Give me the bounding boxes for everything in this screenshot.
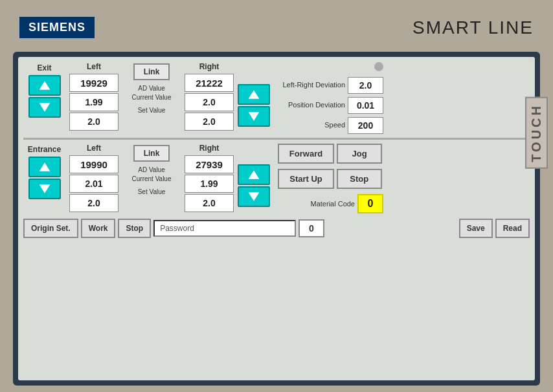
- jog-btn[interactable]: Jog: [337, 144, 382, 164]
- bottom-right-ad-value: 27939: [185, 155, 234, 173]
- current-value-label-bottom: Current Value: [132, 175, 172, 183]
- material-code-label: Material Code: [276, 200, 355, 208]
- top-left-ad-value: 19929: [69, 74, 119, 92]
- svg-marker-1: [39, 103, 50, 111]
- pos-deviation-label: Position Deviation: [276, 101, 345, 109]
- svg-marker-3: [249, 112, 260, 120]
- top-right-down-btn[interactable]: [238, 106, 270, 127]
- speed-label: Speed: [276, 121, 345, 129]
- top-right-up-btn[interactable]: [238, 84, 270, 105]
- bottom-right-set-value: 2.0: [185, 194, 234, 212]
- smart-line-title: SMART LINE: [412, 17, 534, 38]
- entrance-label: Entrance: [28, 145, 61, 154]
- screen-inner: Exit Left 19929 1.99: [18, 57, 535, 380]
- screen: Exit Left 19929 1.99: [13, 52, 540, 386]
- lr-deviation-label: Left-Right Deviation: [276, 81, 345, 89]
- pos-deviation-value: 0.01: [348, 97, 383, 114]
- exit-label: Exit: [37, 63, 51, 72]
- work-btn[interactable]: Work: [81, 219, 116, 238]
- bottom-right-down-btn[interactable]: [238, 186, 270, 207]
- svg-marker-4: [39, 162, 50, 171]
- siemens-logo: SIEMENS: [19, 17, 95, 38]
- password-value: 0: [299, 219, 324, 237]
- current-value-label-top: Current Value: [132, 94, 172, 102]
- outer-panel: SIEMENS SMART LINE TOUCH Exit: [0, 0, 553, 392]
- bottom-left-set-value: 2.0: [69, 194, 119, 212]
- svg-marker-0: [39, 81, 50, 89]
- bottom-link-btn[interactable]: Link: [133, 145, 170, 162]
- entrance-left-up-btn[interactable]: [28, 157, 61, 177]
- bottom-left-current-value: 2.01: [69, 175, 119, 193]
- top-right-label: Right: [199, 62, 220, 71]
- bottom-left-label: Left: [87, 144, 101, 153]
- top-left-current-value: 1.99: [69, 93, 119, 111]
- set-value-label-bottom: Set Value: [132, 188, 172, 196]
- password-field[interactable]: Password: [153, 220, 296, 237]
- top-left-label: Left: [87, 62, 101, 71]
- top-link-btn[interactable]: Link: [133, 63, 170, 80]
- lr-deviation-value: 2.0: [348, 77, 383, 94]
- top-bar: SIEMENS SMART LINE: [0, 0, 553, 52]
- exit-left-down-btn[interactable]: [28, 97, 61, 118]
- speed-value: 200: [348, 117, 383, 134]
- indicator-dot: [374, 62, 383, 71]
- bottom-right-label: Right: [199, 144, 220, 153]
- ad-value-label-top: AD Value: [132, 85, 172, 93]
- read-btn[interactable]: Read: [495, 219, 530, 238]
- bottom-left-ad-value: 19990: [69, 155, 119, 173]
- svg-marker-2: [249, 90, 260, 98]
- top-right-set-value: 2.0: [185, 113, 234, 131]
- svg-marker-7: [249, 192, 260, 201]
- top-right-current-value: 2.0: [185, 93, 234, 111]
- bottom-right-current-value: 1.99: [185, 175, 234, 193]
- bottom-stop-btn[interactable]: Stop: [118, 219, 151, 238]
- stop-btn[interactable]: Stop: [337, 169, 382, 189]
- origin-set-btn[interactable]: Origin Set.: [23, 219, 78, 238]
- bottom-right-up-btn[interactable]: [238, 164, 270, 185]
- top-right-ad-value: 21222: [185, 74, 234, 92]
- save-btn[interactable]: Save: [459, 219, 493, 238]
- exit-left-up-btn[interactable]: [28, 75, 61, 96]
- forward-btn[interactable]: Forward: [278, 144, 334, 164]
- svg-marker-6: [249, 170, 260, 179]
- separator: [23, 138, 530, 140]
- top-left-set-value: 2.0: [69, 113, 119, 131]
- bottom-bar: Origin Set. Work Stop Password 0 Save Re…: [23, 219, 530, 238]
- set-value-label-top: Set Value: [132, 107, 172, 114]
- touch-label: TOUCH: [525, 97, 548, 169]
- ad-value-label-bottom: AD Value: [132, 166, 172, 174]
- svg-marker-5: [39, 184, 50, 193]
- entrance-left-down-btn[interactable]: [28, 179, 61, 199]
- material-code-value: 0: [357, 194, 383, 213]
- startup-btn[interactable]: Start Up: [278, 169, 334, 189]
